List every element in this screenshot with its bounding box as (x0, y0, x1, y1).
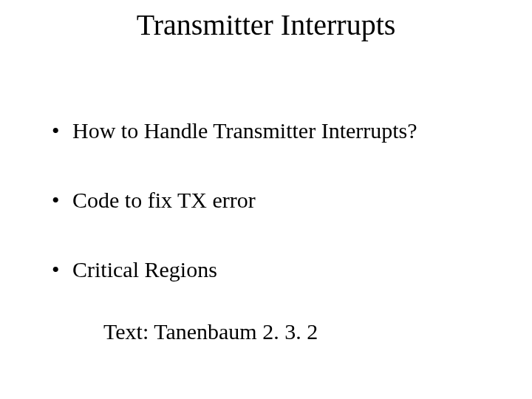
slide-body: How to Handle Transmitter Interrupts? Co… (52, 118, 495, 344)
slide-title: Transmitter Interrupts (0, 7, 532, 42)
slide: Transmitter Interrupts How to Handle Tra… (0, 0, 532, 399)
bullet-item: Code to fix TX error (52, 188, 495, 213)
reference-text: Text: Tanenbaum 2. 3. 2 (103, 319, 495, 344)
bullet-item: How to Handle Transmitter Interrupts? (52, 118, 495, 143)
bullet-item: Critical Regions (52, 257, 495, 282)
